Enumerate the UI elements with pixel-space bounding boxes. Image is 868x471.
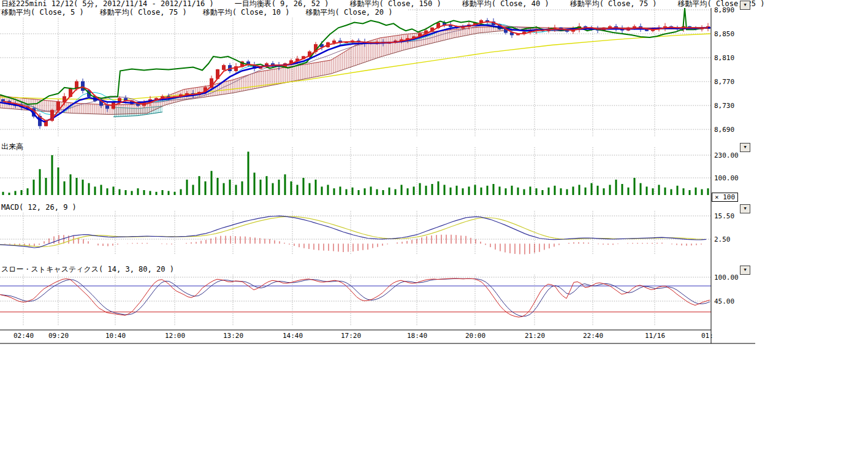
stochastics-panel-title: スロー・ストキャスティクス( 14, 3, 80, 20 ) — [1, 264, 174, 275]
time-axis-label: 10:40 — [105, 332, 126, 340]
macd-lines — [0, 216, 706, 248]
time-axis-label: 02:40 — [13, 332, 34, 340]
chart-canvas — [0, 0, 868, 346]
price-axis-label: 8,730 — [714, 102, 734, 110]
macd-panel-title: MACD( 12, 26, 9 ) — [1, 203, 77, 212]
chevron-down-icon: ▼ — [744, 2, 746, 7]
legend-ma-75: 移動平均( Close, 75 ) — [570, 0, 657, 8]
stoch-axis-label: 45.00 — [714, 297, 734, 305]
time-axis-label: 20:00 — [465, 332, 485, 340]
stoch-panel-scroll-down-button[interactable]: ▼ — [740, 266, 750, 275]
time-axis-label: 12:00 — [165, 332, 185, 340]
chevron-down-icon: ▼ — [744, 206, 746, 211]
legend-ichimoku: 一目均衡表( 9, 26, 52 ) — [235, 0, 329, 8]
volume-multiplier-badge: × 100 — [712, 193, 738, 202]
macd-axis-label: 15.50 — [714, 212, 734, 220]
macd-panel-scroll-down-button[interactable]: ▼ — [740, 204, 750, 213]
time-axis-label: 13:20 — [223, 332, 243, 340]
time-axis-label: 09:20 — [48, 332, 69, 340]
legend-ma-5: 移動平均( Close, 5 ) — [1, 8, 84, 17]
chevron-down-icon: ▼ — [744, 267, 746, 272]
chevron-down-icon: ▼ — [744, 145, 746, 150]
legend-ma-10: 移動平均( Close, 10 ) — [203, 8, 290, 17]
chart-application-window: 日経225mini 12/12( 5分, 2012/11/14 - 2012/1… — [0, 0, 868, 471]
macd-histogram — [5, 235, 701, 255]
price-axis-label: 8,690 — [714, 126, 734, 134]
legend-ma-20: 移動平均( Close, 20 ) — [306, 8, 393, 17]
price-axis-label: 8,810 — [714, 54, 734, 62]
macd-axis-label: 2.50 — [714, 236, 731, 243]
price-axis-label: 8,850 — [714, 30, 734, 38]
ichimoku-cloud — [0, 26, 710, 117]
chart-legend-line1: 日経225mini 12/12( 5分, 2012/11/14 - 2012/1… — [1, 0, 786, 8]
volume-panel-title: 出来高 — [1, 142, 23, 152]
volume-panel-scroll-down-button[interactable]: ▼ — [740, 143, 750, 152]
legend-ma-75b: 移動平均( Close, 75 ) — [100, 8, 187, 17]
price-axis-label: 8,770 — [714, 78, 734, 86]
time-axis-label: 17:20 — [341, 332, 361, 340]
legend-ma-40: 移動平均( Close, 40 ) — [462, 0, 549, 8]
time-axis-label: 11/16 — [645, 332, 665, 340]
volume-axis-label: 100.00 — [714, 174, 739, 182]
legend-symbol-title: 日経225mini 12/12( 5分, 2012/11/14 - 2012/1… — [1, 0, 214, 8]
stoch-axis-label: 100.00 — [714, 274, 739, 281]
time-axis-label: 01: — [701, 332, 714, 340]
time-axis-label: 22:40 — [583, 332, 603, 340]
price-axis-label: 8,890 — [714, 6, 734, 14]
chart-legend-line2: 移動平均( Close, 5 )移動平均( Close, 75 )移動平均( C… — [1, 9, 408, 17]
volume-bars — [2, 151, 709, 195]
time-axis-label: 18:40 — [407, 332, 427, 340]
volume-axis-label: 230.00 — [714, 151, 739, 159]
stoch-lines — [0, 278, 710, 317]
price-panel-scroll-down-button[interactable]: ▼ — [740, 1, 750, 10]
time-axis-label: 14:40 — [283, 332, 303, 340]
time-axis-label: 21:20 — [525, 332, 545, 340]
legend-ma-150: 移動平均( Close, 150 ) — [350, 0, 441, 8]
